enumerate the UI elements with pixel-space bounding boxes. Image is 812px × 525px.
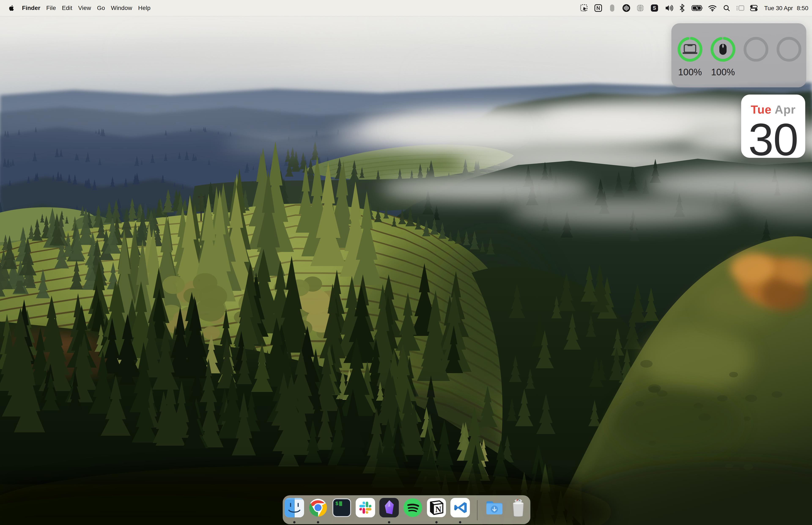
svg-text:100%: 100% [678, 67, 702, 77]
svg-text:Tue 30 Apr: Tue 30 Apr [764, 5, 793, 12]
svg-text:N: N [435, 505, 442, 514]
svg-text:S: S [653, 5, 656, 11]
svg-text:100%: 100% [711, 67, 735, 77]
svg-text:8:50: 8:50 [797, 5, 808, 12]
svg-text:$: $ [335, 501, 338, 507]
